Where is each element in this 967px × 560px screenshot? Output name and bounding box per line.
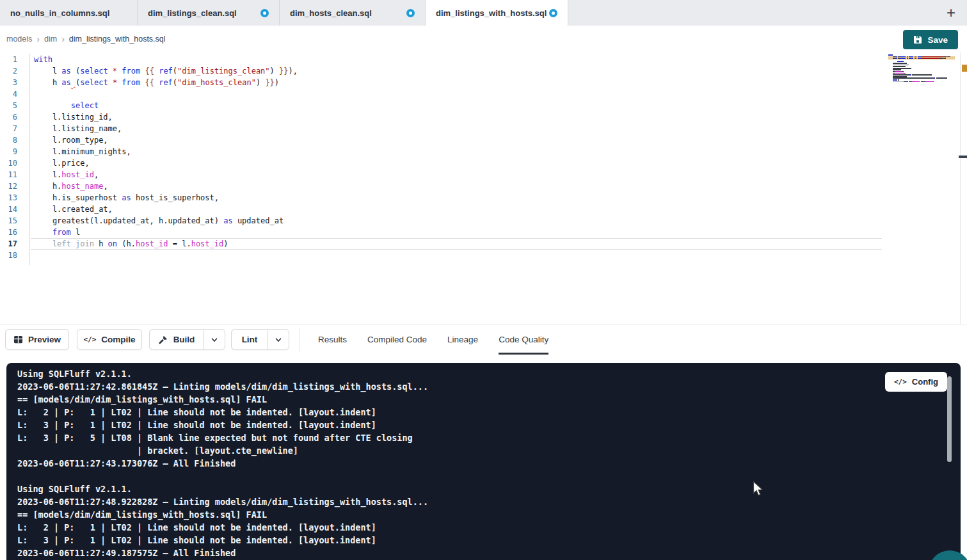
modified-dot-icon [260, 9, 269, 17]
line-number: 15 [0, 215, 29, 227]
file-tab-bar: no_nulls_in_columns.sqldim_listings_clea… [0, 0, 967, 26]
hammer-icon [159, 335, 168, 344]
code-brackets-icon: </> [894, 378, 907, 386]
preview-grid-icon [13, 335, 23, 344]
line-number: 2 [0, 65, 29, 77]
code-line[interactable]: with [34, 54, 884, 65]
breadcrumb-bar: models›dim›dim_listings_with_hosts.sql S… [0, 26, 967, 52]
line-number: 4 [0, 88, 29, 100]
new-tab-button[interactable]: + [940, 2, 962, 24]
line-number: 6 [0, 111, 29, 123]
code-area[interactable]: with l as (select * from {{ ref("dim_lis… [34, 54, 884, 261]
code-line[interactable] [34, 88, 884, 100]
breadcrumb-item[interactable]: dim_listings_with_hosts.sql [69, 35, 166, 44]
line-number: 16 [0, 227, 29, 238]
modified-dot-icon [549, 9, 557, 17]
file-tab[interactable]: dim_listings_clean.sql [138, 0, 280, 26]
results-tab-bar: ResultsCompiled CodeLineageCode Quality [318, 324, 548, 355]
terminal-line: Using SQLFluff v2.1.1. [17, 483, 961, 495]
terminal-scrollbar[interactable] [947, 376, 952, 462]
line-number-gutter: 123456789101112131415161718 [0, 54, 30, 265]
modified-dot-icon [406, 9, 415, 17]
terminal-line: Using SQLFluff v2.1.1. [17, 367, 961, 380]
build-dropdown-button[interactable] [204, 329, 225, 350]
config-label: Config [912, 377, 938, 387]
terminal-line: == [models/dim/dim_listings_with_hosts.s… [17, 508, 961, 521]
code-line[interactable]: l.room_type, [34, 134, 884, 146]
tab-lineage[interactable]: Lineage [447, 324, 478, 355]
code-line[interactable]: l as (select * from {{ ref("dim_listings… [34, 65, 884, 77]
file-tab[interactable]: dim_listings_with_hosts.sql [426, 0, 568, 26]
code-line[interactable]: l.created_at, [34, 204, 884, 215]
chevron-down-icon [275, 336, 282, 344]
terminal-line: | bracket. [layout.cte_newline] [17, 444, 961, 457]
editor-scrollbar-thumb[interactable] [959, 156, 967, 158]
lint-terminal-panel[interactable]: Using SQLFluff v2.1.1.2023-06-06T11:27:4… [6, 363, 961, 560]
code-line[interactable]: h.host_name, [34, 180, 884, 192]
code-line[interactable]: l.listing_name, [34, 123, 884, 134]
tab-results[interactable]: Results [318, 324, 347, 355]
code-line[interactable]: h as (select * from {{ ref("dim_hosts_cl… [34, 77, 884, 88]
config-button[interactable]: </> Config [885, 372, 947, 392]
code-line[interactable]: l.minimum_nights, [34, 146, 884, 157]
chevron-down-icon [211, 336, 218, 344]
line-number: 3 [0, 77, 29, 88]
build-button[interactable]: Build [149, 329, 204, 350]
terminal-line [17, 470, 961, 483]
breadcrumb-item[interactable]: models [6, 35, 32, 44]
code-line[interactable] [34, 250, 884, 261]
code-line[interactable]: l.listing_id, [34, 111, 884, 123]
breadcrumb-chevron-icon: › [36, 34, 40, 44]
editor-toolbar: Preview </> Compile Build Lint ResultsCo… [0, 324, 967, 356]
tab-label: dim_listings_clean.sql [148, 8, 237, 18]
terminal-line: L: 3 | P: 1 | LT02 | Line should not be … [17, 534, 961, 547]
terminal-line: 2023-06-06T11:27:43.173076Z — All Finish… [17, 457, 961, 470]
breadcrumb-chevron-icon: › [61, 34, 65, 44]
line-number: 8 [0, 134, 29, 146]
preview-button[interactable]: Preview [5, 329, 69, 350]
lint-button[interactable]: Lint [231, 329, 268, 350]
terminal-line: 2023-06-06T11:27:42.861845Z — Linting mo… [17, 380, 961, 393]
preview-label: Preview [28, 335, 61, 344]
minimap-lines [888, 54, 955, 84]
toolbar-divider [300, 328, 300, 351]
minimap[interactable] [888, 54, 955, 93]
file-tab[interactable]: no_nulls_in_columns.sql [0, 0, 138, 26]
save-button[interactable]: Save [903, 30, 958, 49]
line-number: 14 [0, 204, 29, 215]
code-line[interactable]: greatest(l.updated_at, h.updated_at) as … [34, 215, 884, 227]
save-label: Save [927, 35, 948, 45]
line-number: 10 [0, 157, 29, 169]
code-line[interactable]: left join h on (h.host_id = l.host_id) [34, 238, 884, 250]
code-line[interactable]: h.is_superhost as host_is_superhost, [34, 192, 884, 204]
terminal-output: Using SQLFluff v2.1.1.2023-06-06T11:27:4… [17, 367, 961, 559]
compile-button[interactable]: </> Compile [77, 329, 142, 350]
tab-strip: no_nulls_in_columns.sqldim_listings_clea… [0, 0, 568, 26]
line-number: 9 [0, 146, 29, 157]
build-label: Build [173, 335, 195, 344]
tab-label: dim_listings_with_hosts.sql [436, 8, 547, 18]
terminal-line: L: 2 | P: 1 | LT02 | Line should not be … [17, 406, 961, 419]
line-number: 5 [0, 100, 29, 111]
overview-ruler-border [960, 52, 961, 324]
code-line[interactable]: select [34, 100, 884, 111]
save-icon [913, 35, 922, 44]
line-number: 17 [0, 238, 29, 250]
file-tab[interactable]: dim_hosts_clean.sql [280, 0, 426, 26]
terminal-line: L: 3 | P: 5 | LT08 | Blank line expected… [17, 431, 961, 444]
code-line[interactable]: l.host_id, [34, 169, 884, 180]
terminal-line: L: 2 | P: 1 | LT02 | Line should not be … [17, 521, 961, 534]
code-editor[interactable]: 123456789101112131415161718 with l as (s… [0, 52, 967, 324]
code-line[interactable]: l.price, [34, 157, 884, 169]
terminal-line: 2023-06-06T11:27:48.922828Z — Linting mo… [17, 495, 961, 508]
tab-code-quality[interactable]: Code Quality [499, 324, 548, 355]
lint-dropdown-button[interactable] [268, 329, 289, 350]
terminal-line: 2023-06-06T11:27:49.187575Z — All Finish… [17, 547, 961, 559]
line-number: 1 [0, 54, 29, 65]
breadcrumb-item[interactable]: dim [44, 35, 57, 44]
tab-compiled-code[interactable]: Compiled Code [367, 324, 427, 355]
lint-label: Lint [242, 335, 258, 344]
tab-label: no_nulls_in_columns.sql [10, 8, 109, 18]
code-line[interactable]: from l [34, 227, 884, 238]
tab-label: dim_hosts_clean.sql [290, 8, 372, 18]
